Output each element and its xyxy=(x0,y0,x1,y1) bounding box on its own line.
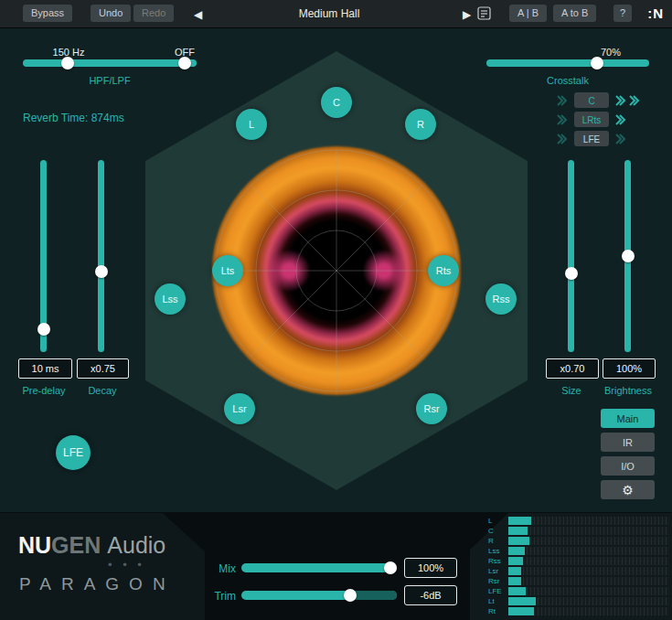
trim-label: Trim xyxy=(210,590,236,603)
decay-label: Decay xyxy=(88,385,116,396)
meter-row-lfe: LFE xyxy=(488,587,669,595)
meter-row-lt: Lt xyxy=(488,597,669,605)
hpf-lpf-label: HPF/LPF xyxy=(89,75,130,86)
meter-channel-label: R xyxy=(488,537,508,545)
meter-row-lsr: Lsr xyxy=(488,567,669,575)
meter-level xyxy=(508,537,529,545)
predelay-label: Pre-delay xyxy=(22,385,65,396)
meter-channel-label: L xyxy=(488,517,508,525)
brand-gen: GEN xyxy=(51,532,101,558)
channel-node-lfe[interactable]: LFE xyxy=(56,435,91,470)
size-value-box[interactable]: x0.70 xyxy=(546,358,599,379)
decay-value-box[interactable]: x0.75 xyxy=(77,358,129,379)
trim-value-box[interactable]: -6dB xyxy=(404,585,457,605)
meter-row-rss: Rss xyxy=(488,557,669,565)
meter-row-r: R xyxy=(488,537,669,545)
mix-handle[interactable] xyxy=(384,561,397,574)
preset-list-icon[interactable] xyxy=(477,6,491,23)
meter-level xyxy=(508,527,528,535)
channel-node-lts[interactable]: Lts xyxy=(212,255,243,286)
decay-handle[interactable] xyxy=(95,265,108,278)
route-left-chevron-icon[interactable] xyxy=(556,94,568,107)
tab-ir[interactable]: IR xyxy=(601,433,655,452)
a-to-b-button[interactable]: A to B xyxy=(553,5,596,22)
nugen-logo-icon: :N xyxy=(647,5,664,21)
meter-row-c: C xyxy=(488,527,669,535)
preset-display[interactable]: Medium Hall xyxy=(247,7,411,20)
routing-button-lrts[interactable]: LRts xyxy=(574,112,609,127)
help-button[interactable]: ? xyxy=(613,5,632,22)
brightness-label: Brightness xyxy=(604,385,652,396)
meter-level xyxy=(508,587,526,595)
meter-channel-label: LFE xyxy=(488,587,508,595)
channel-node-c[interactable]: C xyxy=(321,87,352,118)
meter-bar xyxy=(508,607,669,615)
crosstalk-handle[interactable] xyxy=(591,57,603,69)
mix-slider[interactable] xyxy=(241,563,397,572)
product-name: PARAGON xyxy=(19,574,176,594)
channel-node-rss[interactable]: Rss xyxy=(485,283,517,315)
route-right-chevron-icon[interactable] xyxy=(614,94,626,107)
trim-slider[interactable] xyxy=(241,591,397,600)
route-left-chevron-icon[interactable] xyxy=(556,113,568,126)
meter-row-rsr: Rsr xyxy=(488,577,669,585)
predelay-value-box[interactable]: 10 ms xyxy=(18,358,72,379)
brightness-value-box[interactable]: 100% xyxy=(603,358,656,379)
meter-level xyxy=(508,557,523,565)
preset-previous-icon[interactable]: ◀ xyxy=(188,7,208,22)
bypass-button[interactable]: Bypass xyxy=(23,5,72,22)
route-right-chevron-icon[interactable] xyxy=(628,94,640,107)
meter-channel-label: Lss xyxy=(488,547,508,555)
route-right-chevron-icon[interactable] xyxy=(614,113,626,126)
meter-channel-label: Rt xyxy=(488,607,508,615)
route-left-chevron-icon[interactable] xyxy=(556,133,568,145)
channel-node-rsr[interactable]: Rsr xyxy=(416,393,447,424)
trim-slider-remainder xyxy=(353,591,397,600)
channel-node-rts[interactable]: Rts xyxy=(428,255,459,286)
meter-level xyxy=(508,607,534,615)
route-right-chevron-icon[interactable] xyxy=(614,133,626,145)
lpf-handle[interactable] xyxy=(178,57,191,69)
hpf-lpf-slider[interactable] xyxy=(23,59,197,67)
mix-value-box[interactable]: 100% xyxy=(404,558,457,578)
meter-bar xyxy=(508,567,669,575)
ab-compare-button[interactable]: A | B xyxy=(509,5,547,22)
output-meters: LCRLssRssLsrRsrLFELtRt xyxy=(488,517,669,617)
brightness-slider[interactable] xyxy=(624,160,631,352)
crosstalk-label: Crosstalk xyxy=(547,75,589,86)
brightness-handle[interactable] xyxy=(622,250,635,262)
meter-row-lss: Lss xyxy=(488,547,669,555)
routing-button-lfe[interactable]: LFE xyxy=(574,131,609,146)
meter-bar xyxy=(508,597,669,605)
brand-nu: NU xyxy=(18,532,51,558)
predelay-handle[interactable] xyxy=(37,323,50,336)
redo-button[interactable]: Redo xyxy=(133,5,174,22)
predelay-slider[interactable] xyxy=(40,160,47,352)
settings-gear-icon[interactable]: ⚙ xyxy=(601,480,655,499)
crosstalk-slider[interactable] xyxy=(486,59,649,67)
meter-level xyxy=(508,577,521,585)
channel-node-lss[interactable]: Lss xyxy=(155,283,186,315)
meter-bar xyxy=(508,547,669,555)
channel-node-r[interactable]: R xyxy=(405,109,436,140)
titlebar: Bypass Undo Redo ◀ Medium Hall ▶ A | B A… xyxy=(0,0,672,28)
footer-bar: NUGENAudio • • • PARAGON Mix 100% Trim -… xyxy=(0,512,672,620)
undo-button[interactable]: Undo xyxy=(91,5,131,22)
brand-logo: NUGENAudio xyxy=(18,532,165,559)
tab-main[interactable]: Main xyxy=(601,409,655,428)
meter-bar xyxy=(508,527,669,535)
preset-next-icon[interactable]: ▶ xyxy=(457,7,476,22)
meter-level xyxy=(508,547,525,555)
routing-button-c[interactable]: C xyxy=(574,92,609,108)
decay-slider[interactable] xyxy=(98,160,104,352)
meter-bar xyxy=(508,557,669,565)
crosstalk-value: 70% xyxy=(601,47,621,58)
trim-handle[interactable] xyxy=(344,589,357,602)
size-slider[interactable] xyxy=(568,160,574,352)
size-handle[interactable] xyxy=(565,267,578,280)
hpf-handle[interactable] xyxy=(61,57,74,69)
channel-node-lsr[interactable]: Lsr xyxy=(224,393,255,424)
channel-node-l[interactable]: L xyxy=(236,109,267,140)
reverb-time-readout: Reverb Time: 874ms xyxy=(23,112,124,124)
tab-io[interactable]: I/O xyxy=(601,456,655,476)
